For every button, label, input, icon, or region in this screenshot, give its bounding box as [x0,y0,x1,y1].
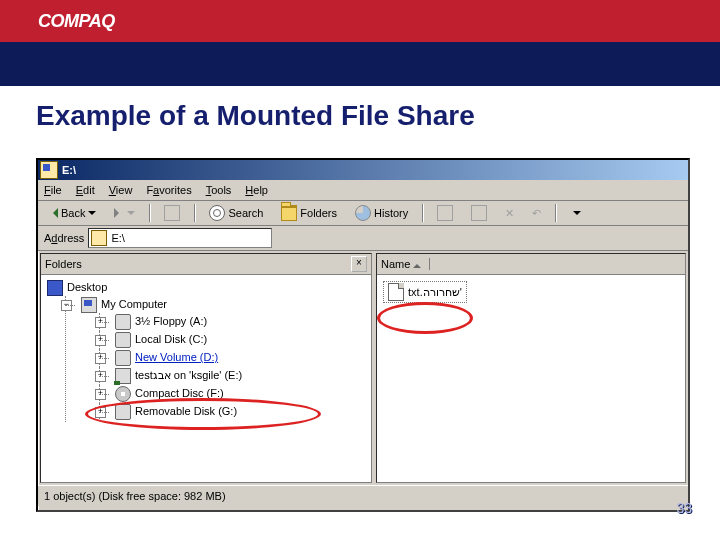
folder-tree[interactable]: Desktop − My Computer +3½ Floppy (A:)+Lo… [41,275,371,482]
delete-button[interactable]: ✕ [499,205,520,222]
forward-button [108,206,141,221]
drive-icon [40,161,58,179]
undo-button[interactable]: ↶ [526,205,547,222]
folder-up-icon [164,205,180,221]
file-name: 'שחרורה.txt [408,286,462,299]
menu-view[interactable]: View [109,184,133,196]
window-title: E:\ [62,164,76,176]
separator [555,204,556,222]
tree-drive-item[interactable]: Compact Disc (F:) [135,387,224,399]
copyto-button [465,203,493,223]
drive-icon [115,332,131,348]
expand-toggle[interactable]: + [95,389,106,400]
separator [194,204,195,222]
compaq-logo: COMPAQ [38,11,115,32]
explorer-window: E:\ File Edit View Favorites Tools Help … [36,158,690,512]
chevron-down-icon [88,211,96,219]
close-pane-button[interactable]: × [351,256,367,272]
computer-icon [81,297,97,313]
folders-pane: Folders × Desktop − My Computer +3½ Flop… [40,253,372,483]
sort-asc-icon [413,260,421,268]
text-file-icon [388,283,404,301]
moveto-button [431,203,459,223]
content-pane: Name 'שחרורה.txt [376,253,686,483]
separator [149,204,150,222]
drive-icon [115,350,131,366]
menu-edit[interactable]: Edit [76,184,95,196]
arrow-right-icon [114,208,124,218]
toolbar: Back Search Folders History [38,201,688,226]
expand-toggle[interactable]: + [95,371,106,382]
address-label: Address [44,232,84,244]
menu-tools[interactable]: Tools [206,184,232,196]
search-icon [209,205,225,221]
tree-drive-item[interactable]: Local Disk (C:) [135,333,207,345]
address-value: E:\ [111,232,124,244]
tree-drive-item[interactable]: testאבג on 'ksgile' (E:) [135,369,242,381]
window-titlebar[interactable]: E:\ [38,160,688,180]
copy-icon [471,205,487,221]
tree-drive-item[interactable]: 3½ Floppy (A:) [135,315,207,327]
folders-label: Folders [300,207,337,219]
status-bar: 1 object(s) (Disk free space: 982 MB) [38,485,688,506]
tree-drive-item[interactable]: Removable Disk (G:) [135,405,237,417]
chevron-down-icon [573,211,581,219]
address-field[interactable]: E:\ [88,228,272,248]
tree-desktop[interactable]: Desktop [67,281,107,293]
address-bar: Address E:\ [38,226,688,251]
history-label: History [374,207,408,219]
collapse-toggle[interactable]: − [61,300,72,311]
back-label: Back [61,207,85,219]
drive-icon [91,230,107,246]
menu-favorites[interactable]: Favorites [146,184,191,196]
brand-bar-red: COMPAQ [0,0,720,42]
expand-toggle[interactable]: + [95,407,106,418]
up-button[interactable] [158,203,186,223]
tree-drive-item[interactable]: New Volume (D:) [135,351,218,363]
menu-help[interactable]: Help [245,184,268,196]
network-drive-icon [115,368,131,384]
folders-icon [281,205,297,221]
column-name[interactable]: Name [381,258,430,270]
arrow-left-icon [48,208,58,218]
column-name-label: Name [381,258,410,270]
menu-file[interactable]: File [44,184,62,196]
drive-icon [115,404,131,420]
brand-bar-navy [0,42,720,86]
back-button[interactable]: Back [42,205,102,221]
desktop-icon [47,280,63,296]
status-text: 1 object(s) (Disk free space: 982 MB) [44,490,226,502]
drive-icon [115,314,131,330]
expand-toggle[interactable]: + [95,335,106,346]
file-item[interactable]: 'שחרורה.txt [383,281,467,303]
page-number: 33 [676,500,692,516]
history-button[interactable]: History [349,203,414,223]
move-icon [437,205,453,221]
separator [422,204,423,222]
chevron-down-icon [127,211,135,219]
expand-toggle[interactable]: + [95,353,106,364]
folders-header: Folders [45,258,82,270]
tree-mycomputer[interactable]: My Computer [101,298,167,310]
search-button[interactable]: Search [203,203,269,223]
views-button[interactable] [564,206,587,221]
folders-button[interactable]: Folders [275,203,343,223]
cd-icon [115,386,131,402]
expand-toggle[interactable]: + [95,317,106,328]
search-label: Search [228,207,263,219]
menu-bar: File Edit View Favorites Tools Help [38,180,688,201]
history-icon [355,205,371,221]
slide-title: Example of a Mounted File Share [36,100,475,132]
